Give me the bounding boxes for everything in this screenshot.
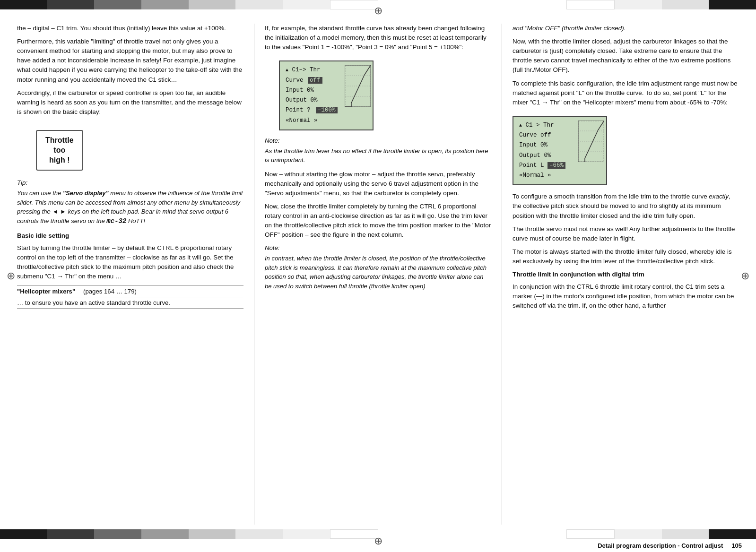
bottom-color-block-8: [330, 529, 378, 539]
bottom-color-block-4: [141, 529, 189, 539]
color-block-r1: [566, 0, 615, 9]
basic-idle-para: Start by turning the throttle limiter – …: [17, 243, 243, 281]
lcd-title-text: C1–> Thr: [292, 67, 321, 73]
table-row-1: "Helicopter mixers" (pages 164 … 179): [17, 285, 243, 297]
color-block-r4: [709, 0, 756, 9]
lcd2-line-input: Input 0%: [519, 140, 578, 150]
color-block-2: [47, 0, 95, 9]
lcd-curve-val: off: [308, 77, 322, 84]
color-block-7: [283, 0, 330, 9]
color-block-1: [0, 0, 47, 9]
color-block-r2: [615, 0, 662, 9]
lcd-curve-label: Curve: [286, 77, 304, 84]
lcd-normal-text: «Normal »: [286, 117, 318, 124]
columns-wrapper: the – digital – C1 trim. You should thus…: [0, 9, 756, 529]
color-block-8: [330, 0, 378, 9]
col1-para3: Accordingly, if the carburetor or speed …: [17, 88, 243, 117]
tip-label: Tip:: [17, 178, 243, 188]
note1-text: As the throttle trim lever has no effect…: [265, 147, 491, 165]
bottom-color-block-7: [283, 529, 330, 539]
col1-para1: the – digital – C1 trim. You should thus…: [17, 24, 243, 33]
col-separator-1: [254, 24, 254, 525]
table-row-2: … to ensure you have an active standard …: [17, 297, 243, 309]
col3-throttle-servo: The throttle servo must not move as well…: [513, 224, 739, 243]
crosshair-left: ⊕: [7, 270, 15, 282]
lcd-output-val: 0%: [311, 97, 318, 104]
lcd-input-label: Input: [286, 87, 304, 94]
lcd2-input-val: 0%: [540, 142, 547, 148]
crosshair-right: ⊕: [741, 270, 749, 282]
lcd-output-label: Output: [286, 97, 307, 104]
lcd-line-point: Point ? –100%: [286, 105, 344, 115]
lcd2-line-title: ▲ C1–> Thr: [519, 121, 578, 130]
table-cell-value-1: (pages 164 … 179): [83, 288, 243, 295]
lcd2-output-label: Output: [519, 152, 540, 159]
lcd2-input-label: Input: [519, 142, 537, 148]
lcd2-title-text: C1–> Thr: [526, 122, 554, 129]
footer-page-number: 105: [731, 542, 742, 549]
throttle-line1: Throttle: [45, 136, 74, 146]
footer-text: Detail program description - Control adj…: [598, 542, 742, 549]
page-wrapper: ⊕ ⊕ ⊕ ⊕ the – digital – C1 trim. You sho…: [0, 0, 756, 552]
color-block-r3: [662, 0, 709, 9]
tip-text: You can use the "Servo display" menu to …: [17, 189, 243, 226]
col3-to-complete: To complete this basic configuration, th…: [513, 79, 739, 107]
bottom-color-block-3: [94, 529, 141, 539]
lcd2-point-label: Point L: [519, 162, 544, 169]
throttle-line2: too: [45, 146, 74, 155]
col3-throttle-limit-para: In conjunction with the CTRL 6 throttle …: [513, 282, 739, 310]
col3-now-para: Now, with the throttle limiter closed, a…: [513, 37, 739, 75]
lcd-point-label: Point: [286, 107, 304, 113]
color-block-6: [235, 0, 283, 9]
color-block-4: [141, 0, 189, 9]
lcd-box-1: ▲ C1–> Thr Curve off Input 0% Output 0%: [279, 60, 374, 130]
throttle-too-high-box: Throttle too high !: [36, 130, 83, 171]
lcd-line-input: Input 0%: [286, 86, 344, 95]
lcd-line-output: Output 0%: [286, 95, 344, 105]
bottom-color-block-2: [47, 529, 95, 539]
footer-description: Detail program description - Control adj…: [598, 542, 723, 549]
bottom-color-block-6: [235, 529, 283, 539]
lcd-point-q: ?: [307, 107, 311, 113]
bottom-color-block-r3: [662, 529, 709, 539]
mc32-brand: mc-32: [106, 217, 126, 225]
column-2: If, for example, the standard throttle c…: [255, 24, 501, 525]
lcd-point-val: –100%: [316, 107, 338, 113]
crosshair-bottom-center: ⊕: [374, 535, 382, 547]
table-row2-text: … to ensure you have an active standard …: [17, 299, 170, 306]
table-cell-label-1: "Helicopter mixers": [17, 288, 83, 295]
lcd-graph-1: [345, 65, 371, 107]
lcd2-normal-text: «Normal »: [519, 172, 551, 179]
col2-now2-para: Now, close the throttle limiter complete…: [265, 202, 491, 240]
col3-and-motor: and "Motor OFF" (throttle limiter closed…: [513, 24, 739, 33]
lcd2-output-val: 0%: [544, 152, 551, 159]
basic-idle-heading: Basic idle setting: [17, 231, 243, 241]
note2-text: In contrast, when the throttle limiter i…: [265, 254, 491, 291]
lcd-input-val: 0%: [307, 87, 314, 94]
note1-label: Note:: [265, 136, 491, 146]
throttle-limit-heading: Throttle limit in conjunction with digit…: [513, 270, 739, 279]
color-block-5: [189, 0, 236, 9]
lcd-box-2: ▲ C1–> Thr Curve off Input 0% Output 0%: [513, 116, 607, 186]
lcd-graph-2: [578, 121, 604, 162]
lcd2-curve-label: Curve off: [519, 132, 551, 138]
note2-label: Note:: [265, 243, 491, 253]
lcd2-line-point: Point L –66%: [519, 161, 578, 171]
table: "Helicopter mixers" (pages 164 … 179) … …: [17, 285, 243, 309]
col3-motor-always: The motor is always started with the thr…: [513, 247, 739, 266]
lcd2-line-output: Output 0%: [519, 151, 578, 161]
col2-now-para: Now – without starting the glow motor – …: [265, 170, 491, 198]
lcd2-line-curve: Curve off: [519, 130, 578, 140]
column-1: the – digital – C1 trim. You should thus…: [17, 24, 253, 525]
bottom-color-block-r2: [615, 529, 662, 539]
throttle-line3: high !: [45, 155, 74, 165]
col-separator-2: [502, 24, 502, 525]
crosshair-top-center: ⊕: [374, 5, 382, 17]
lcd-line-curve: Curve off: [286, 76, 344, 86]
col2-intro: If, for example, the standard throttle c…: [265, 24, 491, 52]
bottom-color-block-r1: [566, 529, 615, 539]
col3-configure-smooth: To configure a smooth transition from th…: [513, 192, 739, 220]
lcd-line-normal: «Normal »: [286, 116, 344, 126]
column-3: and "Motor OFF" (throttle limiter closed…: [503, 24, 739, 525]
col1-para2: Furthermore, this variable "limiting" of…: [17, 37, 243, 85]
